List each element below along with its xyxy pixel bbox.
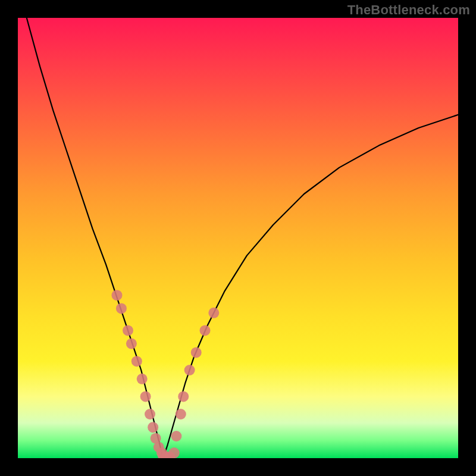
- highlight-point: [145, 409, 155, 419]
- highlight-point: [148, 422, 158, 433]
- highlight-point: [116, 303, 127, 314]
- highlight-point: [171, 431, 181, 441]
- chart-overlay-svg: [18, 18, 458, 458]
- highlight-point: [176, 409, 186, 419]
- highlight-point: [191, 347, 202, 358]
- highlight-point: [178, 391, 189, 402]
- highlight-point: [112, 290, 123, 300]
- highlight-point: [184, 365, 195, 375]
- highlight-point: [169, 447, 180, 458]
- curve-group: [27, 18, 458, 458]
- highlight-point: [131, 356, 142, 367]
- chart-frame: TheBottleneck.com: [0, 0, 476, 476]
- curve-right-branch: [163, 115, 458, 458]
- highlight-point: [123, 325, 133, 336]
- marker-group: [112, 290, 220, 458]
- highlight-point: [208, 308, 219, 318]
- watermark-text: TheBottleneck.com: [347, 2, 470, 18]
- highlight-point: [137, 374, 148, 384]
- highlight-point: [126, 339, 137, 349]
- highlight-point: [200, 325, 211, 336]
- plot-area: [18, 18, 458, 458]
- highlight-point: [140, 391, 151, 402]
